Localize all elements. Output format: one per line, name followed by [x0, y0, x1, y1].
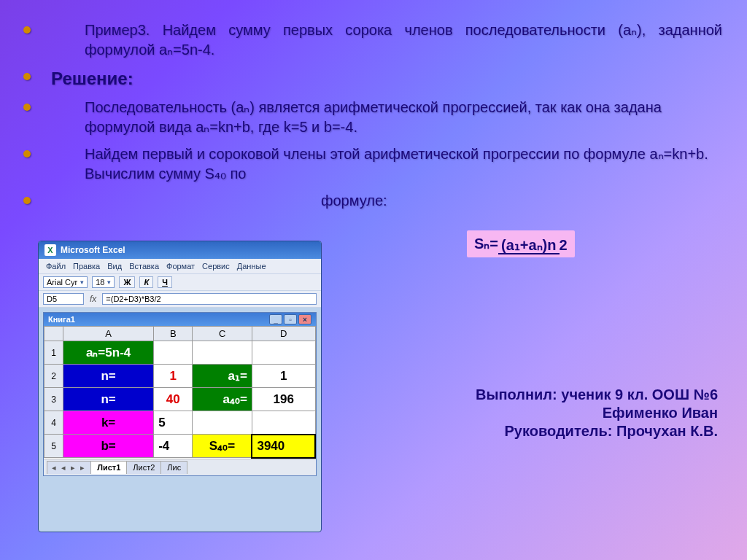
cell-C2[interactable]: a₁= [193, 365, 252, 388]
col-D[interactable]: D [252, 327, 315, 341]
cell-A3[interactable]: n= [63, 388, 154, 411]
row-5-head[interactable]: 5 [44, 435, 63, 458]
fx-icon[interactable]: fx [87, 294, 99, 304]
workbook-title: Книга1 [48, 315, 75, 324]
italic-button[interactable]: К [139, 276, 153, 288]
wb-close-button[interactable]: × [298, 314, 311, 324]
col-A[interactable]: A [63, 327, 154, 341]
cell-A2[interactable]: n= [63, 365, 154, 388]
cell-D4[interactable] [252, 411, 315, 435]
formula-lhs: Sₙ= [474, 236, 498, 252]
row-2-head[interactable]: 2 [44, 365, 63, 388]
cell-D2[interactable]: 1 [252, 365, 315, 388]
menu-data[interactable]: Данные [234, 260, 269, 272]
menu-tools[interactable]: Сервис [199, 260, 233, 272]
cell-B2[interactable]: 1 [154, 365, 193, 388]
cell-C5[interactable]: S₄₀= [193, 435, 252, 458]
excel-icon: X [44, 244, 56, 256]
formula-box: Sₙ=(a₁+aₙ)n2 [467, 230, 575, 257]
menu-edit[interactable]: Правка [70, 260, 103, 272]
cell-A4[interactable]: k= [63, 411, 154, 435]
cell-C1[interactable] [193, 341, 252, 365]
excel-menubar[interactable]: Файл Правка Вид Вставка Формат Сервис Да… [39, 259, 321, 273]
row-1-head[interactable]: 1 [44, 341, 63, 365]
credit-line-2: Ефименко Иван [476, 405, 718, 421]
cell-C4[interactable] [193, 411, 252, 435]
formula-numerator: (a₁+aₙ)n [498, 237, 559, 254]
corner-cell[interactable] [44, 327, 63, 341]
bullet-5: формуле: [51, 192, 387, 209]
col-C[interactable]: C [193, 327, 252, 341]
workbook-window: Книга1 _ ▫ × A B C D 1 aₙ=5n-4 [43, 312, 317, 476]
excel-toolbar: Arial Cyr 18 Ж К Ч [39, 273, 321, 291]
col-B[interactable]: B [154, 327, 193, 341]
bold-button[interactable]: Ж [119, 276, 135, 288]
sheet-tab-1[interactable]: Лист1 [90, 461, 127, 474]
credit-line-3: Руководитель: Прочухан К.В. [476, 423, 718, 440]
cell-B4[interactable]: 5 [154, 411, 193, 435]
wb-min-button[interactable]: _ [269, 314, 282, 324]
cell-B1[interactable] [154, 341, 193, 365]
menu-insert[interactable]: Вставка [126, 260, 162, 272]
cell-D3[interactable]: 196 [252, 388, 315, 411]
formula-denominator: 2 [560, 236, 568, 253]
menu-file[interactable]: Файл [43, 260, 69, 272]
formula-bar: D5 fx =(D2+D3)*B3/2 [39, 291, 321, 308]
credits: Выполнил: ученик 9 кл. ООШ №6 Ефименко И… [476, 386, 718, 441]
excel-titlebar: X Microsoft Excel [39, 241, 321, 259]
underline-button[interactable]: Ч [158, 276, 172, 288]
sheet-tab-2[interactable]: Лист2 [126, 461, 161, 474]
cell-A1[interactable]: aₙ=5n-4 [63, 341, 154, 365]
credit-line-1: Выполнил: ученик 9 кл. ООШ №6 [476, 386, 718, 403]
tab-nav[interactable]: ◂ ◂ ▸ ▸ [47, 461, 91, 474]
bullet-4: Найдем первый и сороковой члены этой ари… [51, 144, 722, 184]
menu-view[interactable]: Вид [104, 260, 125, 272]
row-4-head[interactable]: 4 [44, 411, 63, 435]
name-box[interactable]: D5 [43, 293, 84, 305]
cell-D1[interactable] [252, 341, 315, 365]
excel-window: X Microsoft Excel Файл Правка Вид Вставк… [38, 241, 322, 532]
excel-title: Microsoft Excel [61, 245, 125, 255]
spreadsheet[interactable]: A B C D 1 aₙ=5n-4 2 n= 1 a₁= 1 [44, 326, 316, 459]
font-select[interactable]: Arial Cyr [43, 276, 88, 288]
sheet-tab-3[interactable]: Лис [160, 461, 187, 474]
cell-D5[interactable]: 3940 [252, 435, 315, 458]
sheet-tabs: ◂ ◂ ▸ ▸ Лист1 Лист2 Лис [44, 459, 316, 475]
cell-B3[interactable]: 40 [154, 388, 193, 411]
bullet-2: Решение: [51, 69, 133, 88]
cell-A5[interactable]: b= [63, 435, 154, 458]
font-size-select[interactable]: 18 [92, 276, 115, 288]
workbook-titlebar: Книга1 _ ▫ × [44, 313, 316, 326]
wb-max-button[interactable]: ▫ [284, 314, 297, 324]
cell-C3[interactable]: a₄₀= [193, 388, 252, 411]
cell-B5[interactable]: -4 [154, 435, 193, 458]
menu-format[interactable]: Формат [163, 260, 198, 272]
bullet-1: Пример3. Найдем сумму первых сорока член… [51, 20, 722, 60]
formula-input[interactable]: =(D2+D3)*B3/2 [102, 293, 317, 305]
row-3-head[interactable]: 3 [44, 388, 63, 411]
bullet-3: Последовательность (aₙ) является арифмет… [51, 98, 722, 137]
